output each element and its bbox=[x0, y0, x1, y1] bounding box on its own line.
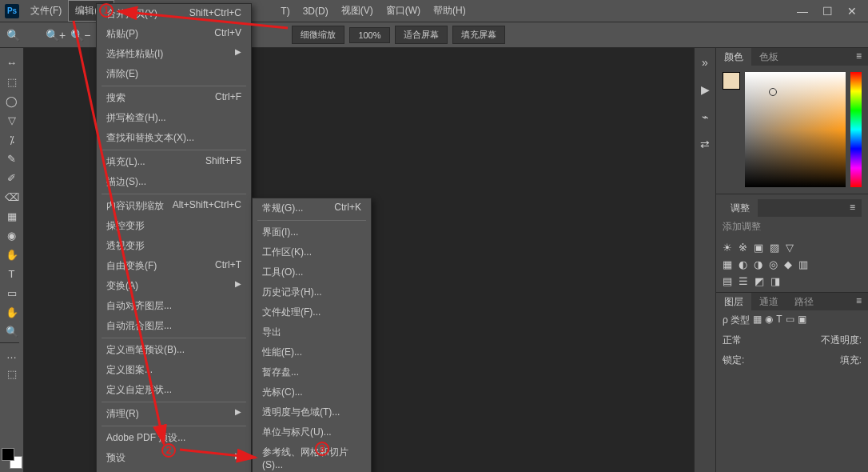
tab-paths[interactable]: 路径 bbox=[786, 293, 822, 310]
close-icon[interactable]: ✕ bbox=[847, 5, 857, 18]
opt-100[interactable]: 100% bbox=[349, 27, 389, 43]
menu-view[interactable]: 视图(V) bbox=[335, 1, 380, 21]
brush-tool-icon[interactable]: ✎ bbox=[2, 150, 22, 167]
edit-menu-item[interactable]: 填充(L)...Shift+F5 bbox=[97, 152, 251, 172]
zoom-in-icon[interactable]: 🔍+ bbox=[46, 29, 66, 42]
levels-icon[interactable]: ※ bbox=[739, 242, 747, 254]
panel-menu-icon[interactable]: ≡ bbox=[850, 48, 868, 66]
swap-icon[interactable]: ⇄ bbox=[700, 138, 710, 150]
pref-menu-item[interactable]: 文件处理(F)... bbox=[253, 302, 371, 322]
current-swatch[interactable] bbox=[723, 72, 740, 90]
pref-menu-item[interactable]: 单位与标尺(U)... bbox=[253, 422, 371, 442]
edit-menu-item[interactable]: 远程连接... bbox=[97, 468, 251, 472]
edit-menu-item[interactable]: 清除(E) bbox=[97, 64, 251, 84]
lookup-icon[interactable]: ◎ bbox=[769, 258, 778, 270]
pref-menu-item[interactable]: 性能(E)... bbox=[253, 342, 371, 362]
play-icon[interactable]: ▶ bbox=[701, 83, 710, 96]
dodge-tool-icon[interactable]: ◉ bbox=[2, 226, 22, 244]
opt-fill[interactable]: 填充屏幕 bbox=[452, 26, 505, 44]
filter-kind[interactable]: ρ 类型 bbox=[723, 314, 750, 327]
filt-type-icon[interactable]: T bbox=[776, 314, 782, 327]
edit-menu-item[interactable]: 定义画笔预设(B)... bbox=[97, 340, 251, 360]
edit-menu-item[interactable]: 自动混合图层... bbox=[97, 316, 251, 336]
type-tool-icon[interactable]: T bbox=[2, 265, 22, 282]
tab-color[interactable]: 颜色 bbox=[716, 48, 751, 66]
hand-tool-icon[interactable]: ✋ bbox=[2, 303, 22, 321]
pref-menu-item[interactable]: 工具(O)... bbox=[253, 262, 371, 282]
curves-icon[interactable]: ▣ bbox=[754, 242, 763, 254]
hue-slider[interactable] bbox=[850, 72, 862, 187]
pref-menu-item[interactable]: 历史记录(H)... bbox=[253, 282, 371, 302]
exposure-icon[interactable]: ▨ bbox=[770, 242, 779, 254]
edit-menu-item[interactable]: 变换(A)▶ bbox=[97, 276, 251, 296]
filt-smart-icon[interactable]: ▣ bbox=[798, 314, 806, 327]
styles-icon[interactable]: ⌁ bbox=[702, 110, 708, 123]
pref-menu-item[interactable]: 透明度与色域(T)... bbox=[253, 402, 371, 422]
misc-icon[interactable]: ◨ bbox=[770, 275, 780, 287]
vibrance-icon[interactable]: ▽ bbox=[786, 242, 794, 254]
gradmap-icon[interactable]: ☰ bbox=[739, 275, 748, 287]
pref-menu-item[interactable]: 参考线、网格和切片(S)... bbox=[253, 442, 371, 472]
edit-menu-item[interactable]: 拼写检查(H)... bbox=[97, 108, 251, 128]
blend-mode[interactable]: 正常 bbox=[723, 334, 742, 347]
invert-icon[interactable]: ◆ bbox=[784, 258, 792, 270]
edit-menu-item[interactable]: 定义自定形状... bbox=[97, 380, 251, 400]
layers-menu-icon[interactable]: ≡ bbox=[850, 293, 868, 310]
mixer-icon[interactable]: ◑ bbox=[754, 258, 762, 270]
crop-tool-icon[interactable]: ⁒ bbox=[2, 130, 22, 148]
brightness-icon[interactable]: ☀ bbox=[723, 242, 732, 254]
screenmode-icon[interactable]: ⬚ bbox=[2, 365, 22, 382]
tab-adjust[interactable]: 调整 bbox=[723, 199, 758, 217]
bw-icon[interactable]: ◐ bbox=[739, 258, 747, 270]
opt-fit[interactable]: 适合屏幕 bbox=[395, 26, 448, 44]
eraser-tool-icon[interactable]: ⌫ bbox=[2, 188, 22, 206]
menu-help[interactable]: 帮助(H) bbox=[427, 1, 472, 21]
edit-toolbar-icon[interactable]: … bbox=[2, 346, 22, 363]
pref-menu-item[interactable]: 常规(G)...Ctrl+K bbox=[253, 198, 371, 218]
tab-layers[interactable]: 图层 bbox=[716, 293, 751, 310]
edit-menu-item[interactable]: 粘贴(P)Ctrl+V bbox=[97, 24, 251, 44]
menu-3d[interactable]: 3D(D) bbox=[297, 2, 335, 20]
edit-menu-item[interactable]: Adobe PDF 预设... bbox=[97, 428, 251, 448]
expand-icon[interactable]: » bbox=[702, 56, 708, 69]
lasso-tool-icon[interactable]: ◯ bbox=[2, 92, 22, 110]
move-tool-icon[interactable]: ↔ bbox=[2, 54, 22, 71]
color-picker-ring[interactable] bbox=[769, 88, 777, 96]
pencil-tool-icon[interactable]: ✐ bbox=[2, 169, 22, 186]
edit-menu-item[interactable]: 查找和替换文本(X)... bbox=[97, 128, 251, 148]
zoom-out-icon[interactable]: 🔍− bbox=[70, 29, 90, 42]
edit-menu-item[interactable]: 定义图案... bbox=[97, 360, 251, 380]
poster-icon[interactable]: ▥ bbox=[798, 258, 808, 270]
pref-menu-item[interactable]: 导出 bbox=[253, 322, 371, 342]
zoom-toolbar-icon[interactable]: 🔍 bbox=[2, 322, 22, 340]
gradient-tool-icon[interactable]: ▦ bbox=[2, 207, 22, 225]
zoom-tool-icon[interactable]: 🔍 bbox=[6, 29, 20, 42]
edit-menu-item[interactable]: 自由变换(F)Ctrl+T bbox=[97, 256, 251, 276]
pen-tool-icon[interactable]: ✋ bbox=[2, 246, 22, 263]
quickselect-tool-icon[interactable]: ▽ bbox=[2, 111, 22, 129]
menu-t[interactable]: T) bbox=[274, 2, 296, 20]
pref-menu-item[interactable]: 工作区(K)... bbox=[253, 242, 371, 262]
edit-menu-item[interactable]: 透视变形 bbox=[97, 236, 251, 256]
opt-scrubby[interactable]: 细微缩放 bbox=[292, 26, 344, 44]
marquee-tool-icon[interactable]: ⬚ bbox=[2, 73, 22, 90]
color-field[interactable] bbox=[745, 72, 846, 187]
selcol-icon[interactable]: ◩ bbox=[755, 275, 764, 287]
tab-swatches[interactable]: 色板 bbox=[751, 48, 786, 66]
edit-menu-item[interactable]: 合并拷贝(Y)Shift+Ctrl+C bbox=[97, 4, 251, 24]
thresh-icon[interactable]: ▤ bbox=[723, 275, 732, 287]
pref-menu-item[interactable]: 暂存盘... bbox=[253, 362, 371, 382]
menu-window[interactable]: 窗口(W) bbox=[380, 1, 427, 21]
edit-menu-item[interactable]: 预设▶ bbox=[97, 448, 251, 468]
pref-menu-item[interactable]: 界面(I)... bbox=[253, 222, 371, 242]
maximize-icon[interactable]: ☐ bbox=[822, 5, 833, 18]
color-chips[interactable] bbox=[2, 448, 22, 469]
filt-shape-icon[interactable]: ▭ bbox=[786, 314, 794, 327]
fg-color-chip[interactable] bbox=[2, 448, 14, 461]
edit-menu-item[interactable]: 描边(S)... bbox=[97, 172, 251, 192]
edit-menu-item[interactable]: 操控变形 bbox=[97, 216, 251, 236]
shape-tool-icon[interactable]: ▭ bbox=[2, 284, 22, 302]
menu-file[interactable]: 文件(F) bbox=[24, 1, 68, 21]
filt-adj-icon[interactable]: ◉ bbox=[765, 314, 773, 327]
edit-menu-item[interactable]: 搜索Ctrl+F bbox=[97, 88, 251, 108]
